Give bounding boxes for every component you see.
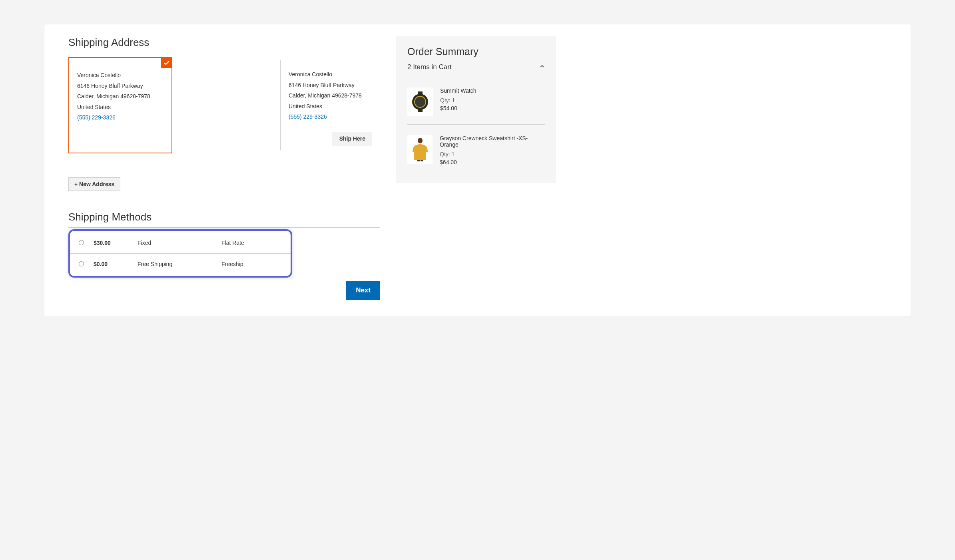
address-country: United States: [289, 101, 372, 112]
main-column: Shipping Address Veronica Costello 6146 …: [68, 36, 380, 300]
next-button[interactable]: Next: [346, 281, 380, 300]
cart-item: Summit Watch Qty: 1 $54.00: [407, 83, 545, 125]
item-qty: Qty: 1: [440, 97, 477, 103]
item-qty: Qty: 1: [440, 151, 545, 157]
address-card-selected[interactable]: Veronica Costello 6146 Honey Bluff Parkw…: [68, 57, 172, 153]
address-country: United States: [77, 102, 163, 113]
cart-items-toggle[interactable]: 2 Items in Cart: [407, 63, 545, 76]
address-phone[interactable]: (555) 229-3326: [289, 113, 327, 120]
shipping-methods-section: Shipping Methods $30.00 Fixed Flat Rate …: [68, 211, 380, 300]
order-summary-heading: Order Summary: [407, 46, 545, 58]
cart-item: Grayson Crewneck Sweatshirt -XS-Orange Q…: [407, 131, 545, 173]
address-card[interactable]: Veronica Costello 6146 Honey Bluff Parkw…: [281, 57, 380, 153]
method-label: Free Shipping: [138, 261, 221, 267]
svg-rect-3: [418, 91, 423, 95]
address-street: 6146 Honey Bluff Parkway: [77, 81, 163, 91]
item-price: $54.00: [440, 105, 477, 111]
svg-point-5: [418, 138, 423, 143]
svg-rect-7: [421, 160, 423, 161]
new-address-button[interactable]: + New Address: [68, 177, 120, 191]
method-label: Fixed: [138, 240, 221, 246]
order-summary: Order Summary 2 Items in Cart Summit Wat…: [396, 36, 556, 183]
cart-count-label: 2 Items in Cart: [407, 63, 452, 71]
address-city: Calder, Michigan 49628-7978: [289, 90, 372, 101]
method-price: $0.00: [94, 261, 138, 267]
address-phone[interactable]: (555) 229-3326: [77, 114, 116, 121]
method-carrier: Freeship: [221, 261, 243, 267]
address-street: 6146 Honey Bluff Parkway: [289, 80, 372, 91]
checkout-card: Shipping Address Veronica Costello 6146 …: [44, 24, 911, 316]
method-price: $30.00: [94, 240, 138, 246]
selected-check-icon: [161, 57, 172, 68]
item-name: Summit Watch: [440, 87, 477, 94]
shipping-method-option[interactable]: $0.00 Free Shipping Freeship: [70, 254, 291, 274]
shipping-methods-heading: Shipping Methods: [68, 211, 380, 228]
item-price: $64.00: [440, 159, 545, 165]
item-thumbnail: [407, 87, 433, 116]
svg-rect-6: [417, 160, 420, 161]
address-city: Calder, Michigan 49628-7978: [77, 91, 163, 102]
address-list: Veronica Costello 6146 Honey Bluff Parkw…: [68, 57, 380, 153]
shipping-method-radio[interactable]: [79, 240, 84, 245]
ship-here-button[interactable]: Ship Here: [333, 132, 372, 145]
address-name: Veronica Costello: [77, 70, 163, 81]
summary-column: Order Summary 2 Items in Cart Summit Wat…: [396, 36, 556, 300]
svg-rect-4: [418, 108, 423, 112]
item-name: Grayson Crewneck Sweatshirt -XS-Orange: [440, 135, 545, 148]
shipping-address-heading: Shipping Address: [68, 36, 380, 53]
shipping-methods-highlight: $30.00 Fixed Flat Rate $0.00 Free Shippi…: [68, 229, 292, 278]
address-name: Veronica Costello: [289, 69, 372, 80]
shipping-method-radio[interactable]: [79, 261, 84, 266]
method-carrier: Flat Rate: [221, 240, 244, 246]
shipping-method-option[interactable]: $30.00 Fixed Flat Rate: [70, 232, 291, 254]
chevron-up-icon: [539, 63, 545, 71]
item-thumbnail: [407, 135, 433, 164]
